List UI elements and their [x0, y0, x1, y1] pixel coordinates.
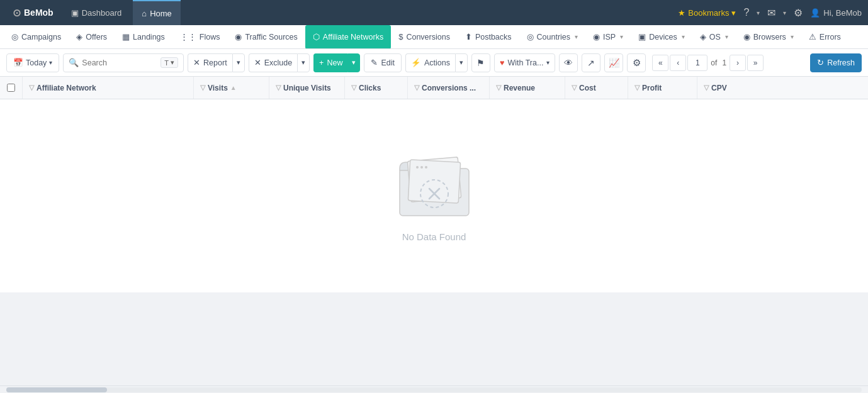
exclude-dropdown-button[interactable]: ▾: [297, 53, 310, 72]
affiliate-networks-icon: ⬡: [313, 32, 320, 42]
refresh-button[interactable]: ↻ Refresh: [810, 53, 862, 72]
os-chevron-icon: ▾: [725, 33, 728, 40]
user-menu[interactable]: 👤 Hi, BeMob: [810, 8, 862, 18]
actions-button[interactable]: ⚡ Actions: [405, 53, 455, 72]
nav-traffic-sources[interactable]: ◉ Traffic Sources: [227, 25, 305, 49]
th-cost[interactable]: ▽ Cost: [565, 77, 628, 99]
pagination: « ‹ of 1 › »: [652, 55, 764, 71]
logo[interactable]: ⊙ BeMob: [6, 7, 60, 19]
settings-icon[interactable]: ⚙: [794, 7, 803, 19]
th-unique-visits[interactable]: ▽ Unique Visits: [269, 77, 345, 99]
new-dropdown-button[interactable]: ▾: [347, 53, 360, 72]
nav-os[interactable]: ◈ OS ▾: [692, 25, 736, 49]
th-affiliate-network[interactable]: ▽ Affiliate Network: [23, 77, 194, 99]
exclude-icon: ✕: [254, 58, 261, 67]
actions-dropdown-button[interactable]: ▾: [455, 53, 468, 72]
th-conversions[interactable]: ▽ Conversions ...: [408, 77, 490, 99]
search-container: 🔍 T ▾: [63, 53, 184, 72]
export-icon: ↗: [587, 58, 595, 68]
heart-icon: ♥: [500, 58, 504, 67]
page-of-label: of: [711, 58, 717, 67]
nav-landings-label: Landings: [133, 33, 165, 42]
th-cpv[interactable]: ▽ CPV: [697, 77, 868, 99]
nav-landings[interactable]: ▦ Landings: [115, 25, 172, 49]
devices-chevron-icon: ▾: [682, 33, 685, 40]
new-button[interactable]: + New: [313, 53, 347, 72]
empty-state-text: No Data Found: [402, 231, 466, 242]
report-label: Report: [203, 58, 227, 67]
today-chevron-icon: ▾: [49, 59, 52, 66]
logo-icon: ⊙: [13, 7, 21, 19]
nav-countries[interactable]: ◎ Countries ▾: [519, 25, 586, 49]
svg-point-7: [420, 166, 423, 169]
with-tra-button[interactable]: ♥ With Tra... ▾: [494, 53, 555, 72]
filter-profit-icon: ▽: [634, 84, 640, 92]
page-number-input[interactable]: [687, 55, 707, 71]
nav-affiliate-networks[interactable]: ⬡ Affiliate Networks: [305, 25, 391, 49]
countries-icon: ◎: [527, 32, 534, 42]
report-button[interactable]: ✕ Report: [188, 53, 232, 72]
exclude-split: ✕ Exclude ▾: [249, 53, 310, 72]
nav-isp[interactable]: ◉ ISP ▾: [585, 25, 631, 49]
th-revenue[interactable]: ▽ Revenue: [490, 77, 565, 99]
messages-icon[interactable]: ✉: [767, 7, 775, 19]
filter-cpv-icon: ▽: [704, 84, 709, 92]
search-type-button[interactable]: T ▾: [161, 57, 178, 68]
search-type-label: T: [164, 59, 169, 67]
th-profit[interactable]: ▽ Profit: [628, 77, 697, 99]
countries-chevron-icon: ▾: [575, 33, 578, 40]
eye-button[interactable]: 👁: [559, 53, 578, 72]
tab-home[interactable]: ⌂ Home: [133, 0, 181, 25]
th-checkbox[interactable]: [0, 77, 23, 99]
nav-offers-label: Offers: [86, 33, 107, 42]
page-first-button[interactable]: «: [652, 55, 668, 71]
search-input[interactable]: [82, 58, 157, 67]
nav-conversions[interactable]: $ Conversions: [391, 25, 458, 49]
empty-state: No Data Found: [0, 99, 868, 292]
postbacks-icon: ⬆: [465, 32, 472, 42]
help-chevron-icon: ▾: [757, 9, 760, 16]
offers-icon: ◈: [76, 32, 82, 42]
new-chevron-icon: ▾: [352, 58, 356, 67]
flows-icon: ⋮⋮: [180, 32, 196, 42]
select-all-checkbox[interactable]: [7, 84, 15, 92]
page-last-button[interactable]: »: [747, 55, 764, 71]
landings-icon: ▦: [122, 32, 130, 42]
export-button[interactable]: ↗: [582, 53, 600, 72]
th-visits[interactable]: ▽ Visits ▲: [194, 77, 269, 99]
campaigns-icon: ◎: [11, 32, 18, 42]
nav-os-label: OS: [709, 33, 721, 42]
chart-button[interactable]: 📈: [604, 53, 623, 72]
nav-devices[interactable]: ▣ Devices ▾: [631, 25, 692, 49]
tab-dashboard[interactable]: ▣ Dashboard: [62, 0, 131, 25]
th-revenue-label: Revenue: [504, 84, 535, 92]
th-clicks[interactable]: ▽ Clicks: [345, 77, 408, 99]
nav-conversions-label: Conversions: [406, 33, 449, 42]
nav-devices-label: Devices: [649, 33, 677, 42]
bookmarks-button[interactable]: ★ Bookmarks ▾: [678, 8, 736, 18]
nav-isp-label: ISP: [603, 33, 616, 42]
nav-browsers[interactable]: ◉ Browsers ▾: [736, 25, 801, 49]
report-icon: ✕: [193, 58, 200, 67]
chart-icon: 📈: [609, 58, 619, 68]
conversions-icon: $: [398, 32, 403, 42]
nav-postbacks[interactable]: ⬆ Postbacks: [458, 25, 519, 49]
flag-icon: ⚑: [476, 58, 485, 68]
refresh-icon: ↻: [817, 58, 824, 67]
exclude-button[interactable]: ✕ Exclude: [249, 53, 297, 72]
nav-flows[interactable]: ⋮⋮ Flows: [172, 25, 228, 49]
flag-button[interactable]: ⚑: [471, 53, 490, 72]
search-type-chevron-icon: ▾: [171, 58, 174, 67]
nav-offers[interactable]: ◈ Offers: [69, 25, 115, 49]
page-next-button[interactable]: ›: [730, 55, 746, 71]
help-icon[interactable]: ?: [743, 7, 749, 18]
page-prev-button[interactable]: ‹: [670, 55, 686, 71]
report-dropdown-button[interactable]: ▾: [232, 53, 245, 72]
page-total-label: 1: [722, 58, 726, 67]
edit-button[interactable]: ✎ Edit: [364, 53, 402, 72]
table-settings-button[interactable]: ⚙: [627, 53, 646, 72]
nav-errors[interactable]: ⚠ Errors: [801, 25, 848, 49]
nav-campaigns[interactable]: ◎ Campaigns: [4, 25, 69, 49]
filter-cost-icon: ▽: [572, 84, 577, 92]
today-button[interactable]: 📅 Today ▾: [6, 53, 59, 72]
